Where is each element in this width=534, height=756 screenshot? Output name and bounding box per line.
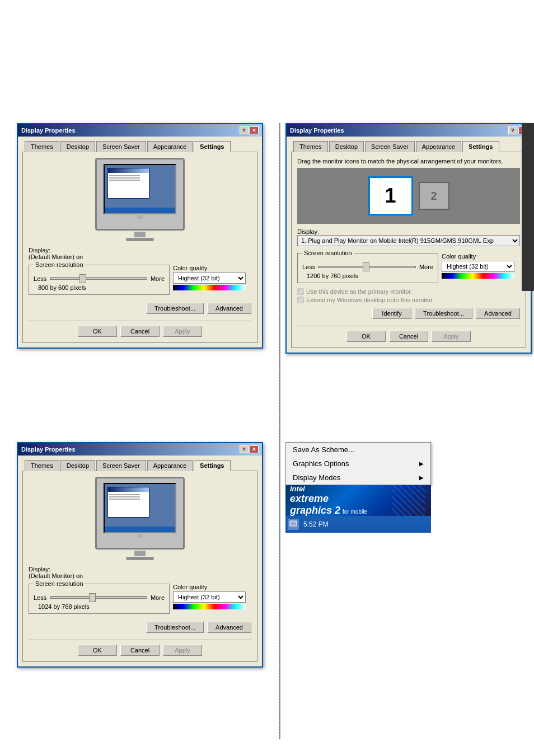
help-button-bl[interactable]: ?	[240, 445, 249, 453]
help-button-tr[interactable]: ?	[508, 126, 517, 134]
dialog-title-topleft: Display Properties	[21, 127, 76, 134]
help-button-topleft[interactable]: ?	[240, 126, 249, 134]
display-info-tl: Display: (Default Monitor) on	[29, 247, 251, 260]
advanced-btn-bl[interactable]: Advanced	[207, 622, 251, 633]
svg-rect-0	[290, 521, 297, 526]
color-quality-select-tr[interactable]: Highest (32 bit)	[442, 261, 514, 272]
tab-desktop-tr[interactable]: Desktop	[329, 141, 364, 152]
ok-btn-bl[interactable]: OK	[78, 645, 117, 656]
color-quality-select-tl[interactable]: Highest (32 bit)	[173, 273, 246, 284]
ok-btn-tr[interactable]: OK	[346, 331, 386, 342]
dialog-titlebar-topleft: Display Properties ? ✕	[18, 124, 262, 137]
monitor-icon-secondary[interactable]: 2	[419, 182, 449, 210]
right-side-tab	[522, 123, 534, 291]
color-quality-label-tr: Color quality	[442, 253, 520, 260]
dialog-titlebar-bl: Display Properties ? ✕	[18, 443, 262, 456]
screen-res-section-bl: Screen resolution Less More 1024 by 768 …	[29, 584, 170, 614]
graphics-arrow-icon: ▶	[419, 461, 424, 467]
extend-desktop-checkbox[interactable]	[297, 297, 304, 303]
tab-bar-topleft: Themes Desktop Screen Saver Appearance S…	[22, 141, 257, 152]
display-section-tr: Display: 1. Plug and Play Monitor on Mob…	[297, 228, 520, 250]
resolution-slider-tr[interactable]	[318, 266, 416, 268]
identify-btn-tr[interactable]: Identify	[372, 308, 411, 319]
svg-rect-2	[291, 527, 296, 528]
menu-item-save-as-scheme[interactable]: Save As Scheme...	[286, 443, 430, 457]
display-label-bl: Display:	[29, 566, 50, 572]
display-label-tr: Display:	[297, 228, 319, 235]
tab-settings-tl[interactable]: Settings	[194, 141, 230, 152]
tab-settings-tr[interactable]: Settings	[462, 141, 499, 152]
tab-themes-tr[interactable]: Themes	[293, 141, 328, 152]
color-quality-select-bl[interactable]: Highest (32 bit)	[173, 591, 246, 603]
resolution-slider-bl[interactable]	[50, 597, 147, 599]
primary-monitor-label: Use this device as the primary monitor.	[306, 288, 413, 295]
cancel-btn-bl[interactable]: Cancel	[120, 645, 160, 656]
dialog-title-bl: Display Properties	[21, 446, 76, 453]
advanced-btn-tr[interactable]: Advanced	[476, 308, 520, 319]
tab-themes-tl[interactable]: Themes	[25, 141, 59, 152]
color-bar-tl	[173, 285, 246, 290]
less-label-bl: Less	[34, 594, 46, 601]
intel-banner: Intel extreme graphics 2 for mobile	[285, 485, 431, 516]
tab-desktop-tl[interactable]: Desktop	[60, 141, 95, 152]
apply-btn-bl[interactable]: Apply	[163, 645, 202, 656]
multi-monitor-area: 1 2	[297, 168, 520, 224]
close-button-topleft[interactable]: ✕	[250, 126, 259, 134]
color-bar-bl	[173, 604, 246, 609]
color-quality-label-bl: Color quality	[173, 584, 251, 590]
tab-appearance-bl[interactable]: Appearance	[147, 460, 193, 471]
display-value-tl: (Default Monitor) on	[29, 253, 83, 260]
tab-desktop-bl[interactable]: Desktop	[60, 460, 95, 471]
ok-btn-tl[interactable]: OK	[78, 326, 117, 337]
tab-themes-bl[interactable]: Themes	[25, 460, 59, 471]
tab-appearance-tr[interactable]: Appearance	[416, 141, 461, 152]
primary-monitor-checkbox[interactable]	[297, 288, 304, 295]
screen-res-label-bl: Screen resolution	[34, 580, 85, 587]
dialog-titlebar-tr: Display Properties ? ✕	[287, 124, 531, 137]
monitor-preview-bl	[29, 477, 251, 560]
menu-item-graphics-options[interactable]: Graphics Options ▶	[286, 457, 430, 471]
apply-btn-tr[interactable]: Apply	[432, 331, 471, 342]
dialog-top-right: Display Properties ? ✕ Themes Desktop Sc…	[285, 123, 534, 425]
menu-item-label-display: Display Modes	[293, 473, 340, 482]
primary-monitor-checkbox-row: Use this device as the primary monitor.	[297, 288, 520, 295]
color-quality-section-bl: Color quality Highest (32 bit)	[173, 584, 251, 609]
intel-brand-line3: graphics 2	[290, 505, 340, 516]
close-button-bl[interactable]: ✕	[250, 445, 259, 453]
menu-item-display-modes[interactable]: Display Modes ▶	[286, 471, 430, 485]
cancel-btn-tr[interactable]: Cancel	[389, 331, 428, 342]
dialog-top-left: Display Properties ? ✕ Themes Desktop Sc…	[17, 123, 274, 425]
advanced-btn-tl[interactable]: Advanced	[207, 303, 251, 314]
tab-screensaver-bl[interactable]: Screen Saver	[96, 460, 146, 471]
display-select-tr[interactable]: 1. Plug and Play Monitor on Mobile Intel…	[297, 235, 520, 246]
tab-screensaver-tl[interactable]: Screen Saver	[96, 141, 146, 152]
color-quality-section-tr: Color quality Highest (32 bit)	[442, 253, 520, 279]
pixel-text-tr: 1200 by 760 pixels	[307, 273, 433, 279]
cancel-btn-tl[interactable]: Cancel	[120, 326, 160, 337]
more-label-tl: More	[151, 275, 165, 282]
tab-appearance-tl[interactable]: Appearance	[147, 141, 193, 152]
intel-brand-line1: Intel	[290, 485, 367, 493]
dialog-bottom-left: Display Properties ? ✕ Themes Desktop Sc…	[17, 442, 274, 739]
taskbar-icon	[288, 519, 299, 530]
screen-res-label-tr: Screen resolution	[302, 250, 354, 256]
monitor-small-icon	[289, 520, 297, 528]
troubleshoot-btn-tl[interactable]: Troubleshoot...	[146, 303, 204, 314]
color-quality-label-tl: Color quality	[173, 265, 251, 271]
display-info-bl: Display: (Default Monitor) on	[29, 566, 251, 579]
taskbar-preview: 5:52 PM	[285, 516, 431, 533]
monitor-1-label: 1	[385, 184, 396, 208]
less-label-tl: Less	[34, 275, 46, 282]
apply-btn-tl[interactable]: Apply	[163, 326, 202, 337]
screen-res-section-tl: Screen resolution Less More 800 by 600 p…	[29, 265, 170, 295]
resolution-slider-tl[interactable]	[50, 278, 147, 280]
display-modes-arrow-icon: ▶	[419, 475, 424, 481]
monitor-icon-primary[interactable]: 1	[368, 176, 413, 215]
color-bar-tr	[442, 273, 514, 279]
tab-settings-bl[interactable]: Settings	[194, 460, 230, 471]
tab-screensaver-tr[interactable]: Screen Saver	[365, 141, 415, 152]
troubleshoot-btn-bl[interactable]: Troubleshoot...	[146, 622, 204, 633]
troubleshoot-btn-tr[interactable]: Troubleshoot...	[415, 308, 472, 319]
extend-desktop-checkbox-row: Extend my Windows desktop onto this moni…	[297, 297, 520, 303]
screen-res-section-tr: Screen resolution Less More 1200 by 760 …	[297, 253, 438, 283]
